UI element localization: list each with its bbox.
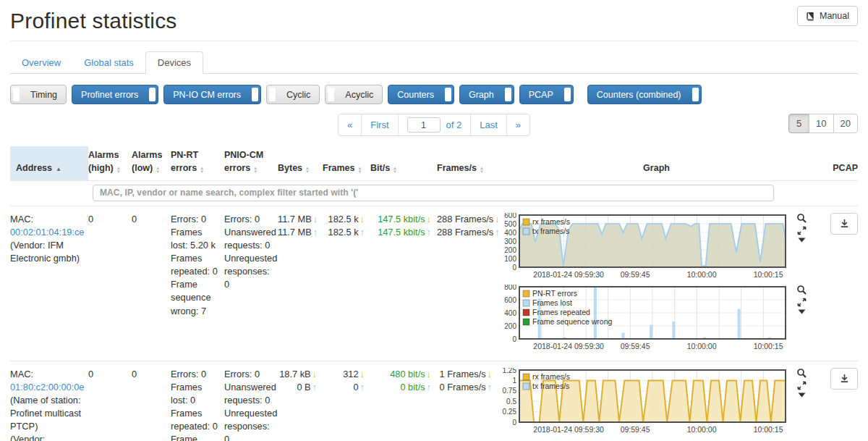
toggle-profinet-errors[interactable]: Profinet errors <box>72 85 158 104</box>
tab-devices[interactable]: Devices <box>145 51 203 74</box>
pagination-next-button[interactable]: » <box>506 114 529 135</box>
download-icon <box>839 218 850 229</box>
pagination-page-segment: of 2 <box>398 114 471 135</box>
tx-arrow-icon: ↑ <box>360 382 365 392</box>
svg-text:600: 600 <box>504 213 516 219</box>
svg-text:10:00:15: 10:00:15 <box>754 270 783 279</box>
toggle-cyclic[interactable]: Cyclic <box>266 85 320 104</box>
toggle-counters-combined[interactable]: Counters (combined) <box>587 85 702 104</box>
sort-icon: ▲▼ <box>393 167 397 174</box>
toggle-label: Graph <box>460 85 503 104</box>
device-row-1: MAC: 00:02:01:04:19:ce (Vendor: IFM Elec… <box>10 206 858 361</box>
page-number-input[interactable] <box>407 117 441 133</box>
svg-text:10:00:15: 10:00:15 <box>754 342 783 350</box>
errors-chart: 02004006008002018-01-24 09:59:3009:59:45… <box>498 285 821 353</box>
pcap-download-button[interactable] <box>830 213 858 235</box>
column-toggle-bar: TimingProfinet errorsPN-IO CM errorsCycl… <box>10 85 858 104</box>
manual-button-label: Manual <box>820 11 849 21</box>
resize-icon[interactable] <box>796 381 807 390</box>
chevron-down-icon[interactable] <box>798 392 806 398</box>
column-header-frames-per-s[interactable]: Frames/s▲▼ <box>437 146 498 180</box>
toggle-knob <box>252 88 258 101</box>
column-header-alarms-high[interactable]: Alarms (high)▲▼ <box>88 146 132 180</box>
page-size-20-button[interactable]: 20 <box>833 114 858 133</box>
graph-cell: 00.250.50.7511.252018-01-24 09:59:3009:5… <box>498 368 821 441</box>
frames-per-s-chart: 00.250.50.7511.252018-01-24 09:59:3009:5… <box>498 368 821 436</box>
column-header-pniocm-errors[interactable]: PNIO-CM errors▲▼ <box>224 146 278 180</box>
search-input[interactable] <box>93 185 774 201</box>
chart-row1-errors: 02004006008002018-01-24 09:59:3009:59:45… <box>498 285 790 353</box>
toggle-label: Profinet errors <box>72 85 147 104</box>
column-header-bits[interactable]: Bit/s▲▼ <box>370 146 437 180</box>
svg-text:0.75: 0.75 <box>503 387 517 395</box>
zoom-icon[interactable] <box>796 285 807 295</box>
page-count-label: of 2 <box>446 119 462 130</box>
toggle-counters[interactable]: Counters <box>388 85 454 104</box>
sort-icon: ▲▼ <box>357 167 362 174</box>
zoom-icon[interactable] <box>796 368 807 379</box>
svg-text:Frames repeated: Frames repeated <box>532 308 590 316</box>
page-size-selector: 51020 <box>789 114 858 133</box>
sort-icon: ▲▼ <box>253 167 258 174</box>
column-header-pnrt-errors[interactable]: PN-RT errors▲▼ <box>171 146 224 180</box>
mac-address-link[interactable]: 01:80:c2:00:00:0e <box>10 382 84 392</box>
pcap-download-button[interactable] <box>830 368 858 390</box>
resize-icon[interactable] <box>796 226 807 235</box>
svg-text:09:59:45: 09:59:45 <box>621 425 650 434</box>
tx-arrow-icon: ↑ <box>427 227 431 238</box>
sort-icon: ▲▼ <box>480 167 484 174</box>
column-header-frames[interactable]: Frames▲▼ <box>323 146 370 180</box>
graph-cell: 01002003004005006002018-01-24 09:59:3009… <box>498 213 821 356</box>
svg-text:0: 0 <box>512 335 516 343</box>
bits-cell: 147.5 kbit/s↓ 147.5 kbit/s↑ <box>370 213 437 356</box>
chart-toolbar <box>796 285 807 314</box>
pagination-prev-button[interactable]: « <box>339 114 361 135</box>
page-title: Profinet statistics <box>10 9 858 33</box>
tab-bar: OverviewGlobal statsDevices <box>10 53 858 74</box>
toggle-knob <box>445 88 451 101</box>
svg-text:2018-01-24 09:59:30: 2018-01-24 09:59:30 <box>533 342 604 350</box>
tab-overview[interactable]: Overview <box>10 52 72 73</box>
toggle-timing[interactable]: Timing <box>10 85 67 104</box>
resize-icon[interactable] <box>796 298 807 307</box>
toggle-acyclic[interactable]: Acyclic <box>325 85 383 104</box>
svg-text:0: 0 <box>512 263 516 271</box>
toggle-label: Counters (combined) <box>588 85 690 104</box>
rx-arrow-icon: ↓ <box>360 214 365 224</box>
book-icon <box>806 12 815 21</box>
toggle-label: Acyclic <box>336 85 382 104</box>
column-header-bytes[interactable]: Bytes▲▼ <box>278 146 323 180</box>
svg-text:0.25: 0.25 <box>503 408 517 416</box>
table-controls: « First of 2 Last » 51020 <box>10 114 858 136</box>
svg-text:1: 1 <box>512 376 516 384</box>
chevron-down-icon[interactable] <box>798 238 806 243</box>
alarms-low-cell: 0 <box>132 213 171 356</box>
svg-text:2018-01-24 09:59:30: 2018-01-24 09:59:30 <box>533 270 604 279</box>
svg-text:100: 100 <box>504 254 516 262</box>
tx-arrow-icon: ↑ <box>427 382 431 392</box>
mac-address-link[interactable]: 00:02:01:04:19:ce <box>10 227 84 238</box>
column-header-alarms-low[interactable]: Alarms (low)▲▼ <box>132 146 171 180</box>
manual-button[interactable]: Manual <box>797 6 858 26</box>
toggle-pcap[interactable]: PCAP <box>519 85 574 104</box>
toggle-graph[interactable]: Graph <box>459 85 514 104</box>
chart-row1-frames-per-s: 01002003004005006002018-01-24 09:59:3009… <box>498 213 790 281</box>
toggle-pn-io-cm-errors[interactable]: PN-IO CM errors <box>163 85 261 104</box>
toggle-knob <box>692 88 699 101</box>
svg-text:0: 0 <box>512 418 516 426</box>
bytes-cell: 11.7 MB↓ 11.7 MB↑ <box>278 213 323 356</box>
page-size-10-button[interactable]: 10 <box>809 114 833 133</box>
svg-text:09:59:45: 09:59:45 <box>621 270 650 279</box>
page-size-5-button[interactable]: 5 <box>788 114 809 133</box>
pagination-first-button[interactable]: First <box>361 114 397 135</box>
tab-global-stats[interactable]: Global stats <box>72 52 145 73</box>
rx-arrow-icon: ↓ <box>427 214 431 224</box>
toggle-label: Timing <box>22 85 66 104</box>
zoom-icon[interactable] <box>796 213 807 224</box>
svg-text:09:59:45: 09:59:45 <box>621 342 650 350</box>
column-header-address[interactable]: Address▲ <box>10 146 88 180</box>
chevron-down-icon[interactable] <box>798 309 806 314</box>
svg-text:400: 400 <box>504 308 516 316</box>
rx-arrow-icon: ↓ <box>360 369 365 379</box>
pagination-last-button[interactable]: Last <box>470 114 506 135</box>
